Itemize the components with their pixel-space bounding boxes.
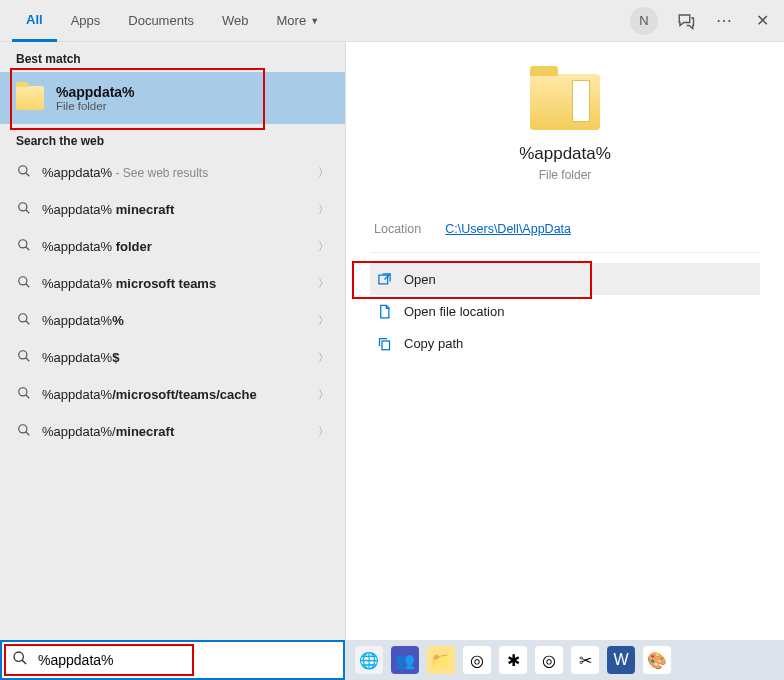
- svg-line-15: [26, 432, 30, 436]
- chevron-right-icon: 〉: [318, 165, 329, 180]
- tab-more[interactable]: More▼: [263, 0, 334, 42]
- action-open[interactable]: Open: [370, 263, 760, 295]
- best-match-item[interactable]: %appdata% File folder: [0, 72, 345, 124]
- svg-line-19: [22, 660, 26, 664]
- svg-line-7: [26, 284, 30, 288]
- search-icon: [16, 201, 32, 218]
- web-result-text: %appdata% microsoft teams: [42, 276, 308, 291]
- svg-line-13: [26, 395, 30, 399]
- tab-apps[interactable]: Apps: [57, 0, 115, 42]
- header: All Apps Documents Web More▼ N ⋯ ✕: [0, 0, 784, 42]
- slack-icon[interactable]: ✱: [499, 646, 527, 674]
- web-result-text: %appdata% folder: [42, 239, 308, 254]
- svg-point-8: [19, 314, 27, 322]
- web-result-text: %appdata%$: [42, 350, 308, 365]
- chrome2-icon[interactable]: ◎: [535, 646, 563, 674]
- web-result-item[interactable]: %appdata%/microsoft/teams/cache 〉: [0, 376, 345, 413]
- web-result-item[interactable]: %appdata% folder 〉: [0, 228, 345, 265]
- search-icon: [16, 164, 32, 181]
- chevron-right-icon: 〉: [318, 387, 329, 402]
- preview-title: %appdata%: [370, 144, 760, 164]
- edge-icon[interactable]: 🌐: [355, 646, 383, 674]
- teams-icon[interactable]: 👥: [391, 646, 419, 674]
- svg-point-6: [19, 277, 27, 285]
- open-icon: [376, 271, 392, 287]
- chevron-right-icon: 〉: [318, 239, 329, 254]
- action-copy-path[interactable]: Copy path: [370, 327, 760, 359]
- feedback-icon[interactable]: [676, 11, 696, 31]
- web-result-item[interactable]: %appdata% microsoft teams 〉: [0, 265, 345, 302]
- word-icon[interactable]: W: [607, 646, 635, 674]
- svg-point-4: [19, 240, 27, 248]
- chevron-right-icon: 〉: [318, 202, 329, 217]
- chevron-right-icon: 〉: [318, 350, 329, 365]
- results-list: Best match %appdata% File folder Search …: [0, 42, 345, 640]
- chevron-right-icon: 〉: [318, 424, 329, 439]
- location-label: Location: [374, 222, 421, 236]
- search-icon: [16, 386, 32, 403]
- tab-all[interactable]: All: [12, 0, 57, 42]
- web-result-item[interactable]: %appdata%$ 〉: [0, 339, 345, 376]
- folder-large-icon: [530, 74, 600, 130]
- svg-line-3: [26, 210, 30, 214]
- paint-icon[interactable]: 🎨: [643, 646, 671, 674]
- highlight-box: [10, 68, 265, 130]
- tabs: All Apps Documents Web More▼: [12, 0, 333, 42]
- action-label: Copy path: [404, 336, 463, 351]
- svg-rect-16: [378, 275, 387, 284]
- close-icon[interactable]: ✕: [752, 11, 772, 31]
- best-match-label: Best match: [0, 42, 345, 72]
- svg-line-1: [26, 173, 30, 177]
- chevron-right-icon: 〉: [318, 313, 329, 328]
- search-box[interactable]: [0, 640, 345, 680]
- tab-documents[interactable]: Documents: [114, 0, 208, 42]
- chevron-down-icon: ▼: [310, 16, 319, 26]
- best-match-subtitle: File folder: [56, 100, 135, 112]
- search-icon: [16, 349, 32, 366]
- svg-line-9: [26, 321, 30, 325]
- svg-line-11: [26, 358, 30, 362]
- web-result-text: %appdata%/minecraft: [42, 424, 308, 439]
- action-label: Open: [404, 272, 436, 287]
- search-icon: [16, 312, 32, 329]
- snip-icon[interactable]: ✂: [571, 646, 599, 674]
- more-icon[interactable]: ⋯: [714, 11, 734, 31]
- chrome-icon[interactable]: ◎: [463, 646, 491, 674]
- tab-web[interactable]: Web: [208, 0, 263, 42]
- svg-rect-17: [382, 341, 390, 350]
- location-value[interactable]: C:\Users\Dell\AppData: [445, 222, 571, 236]
- search-input[interactable]: [38, 652, 333, 668]
- svg-point-12: [19, 388, 27, 396]
- action-open-file-location[interactable]: Open file location: [370, 295, 760, 327]
- svg-point-0: [19, 166, 27, 174]
- web-result-text: %appdata%%: [42, 313, 308, 328]
- taskbar: 🌐👥📁◎✱◎✂W🎨: [0, 640, 784, 680]
- action-label: Open file location: [404, 304, 504, 319]
- preview-pane: %appdata% File folder Location C:\Users\…: [345, 42, 784, 640]
- search-icon: [16, 275, 32, 292]
- chevron-right-icon: 〉: [318, 276, 329, 291]
- svg-point-10: [19, 351, 27, 359]
- folder-icon: [16, 86, 44, 110]
- web-result-text: %appdata%/microsoft/teams/cache: [42, 387, 308, 402]
- search-icon: [12, 650, 28, 670]
- web-result-item[interactable]: %appdata% minecraft 〉: [0, 191, 345, 228]
- web-result-item[interactable]: %appdata%% 〉: [0, 302, 345, 339]
- explorer-icon[interactable]: 📁: [427, 646, 455, 674]
- search-panel: All Apps Documents Web More▼ N ⋯ ✕ Best …: [0, 0, 784, 640]
- svg-point-14: [19, 425, 27, 433]
- svg-point-2: [19, 203, 27, 211]
- best-match-title: %appdata%: [56, 84, 135, 100]
- svg-line-5: [26, 247, 30, 251]
- web-result-item[interactable]: %appdata% - See web results 〉: [0, 154, 345, 191]
- preview-subtitle: File folder: [370, 168, 760, 182]
- web-result-item[interactable]: %appdata%/minecraft 〉: [0, 413, 345, 450]
- svg-point-18: [14, 652, 23, 661]
- web-result-text: %appdata% minecraft: [42, 202, 308, 217]
- search-icon: [16, 423, 32, 440]
- search-web-label: Search the web: [0, 124, 345, 154]
- file-location-icon: [376, 303, 392, 319]
- copy-path-icon: [376, 335, 392, 351]
- avatar[interactable]: N: [630, 7, 658, 35]
- search-icon: [16, 238, 32, 255]
